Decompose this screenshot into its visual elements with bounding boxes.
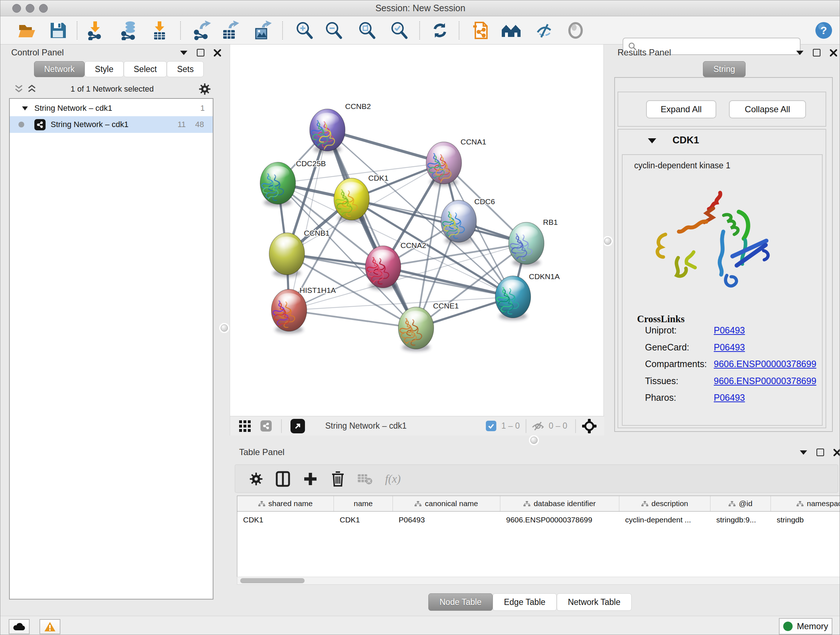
open-file-icon[interactable] bbox=[18, 21, 36, 40]
tab-style[interactable]: Style bbox=[85, 61, 123, 77]
panel-menu-icon[interactable] bbox=[180, 51, 187, 55]
title-bar: Session: New Session bbox=[0, 0, 840, 16]
import-network-from-file-icon[interactable] bbox=[86, 21, 104, 40]
column-type-icon bbox=[797, 501, 804, 507]
table-cell[interactable]: stringdb:9... bbox=[711, 516, 771, 524]
import-table-from-file-icon[interactable] bbox=[151, 21, 168, 40]
table-horizontal-scrollbar[interactable] bbox=[237, 577, 840, 585]
column-header-name[interactable]: name bbox=[334, 496, 393, 511]
zoom-in-icon[interactable] bbox=[295, 21, 314, 40]
tab-select[interactable]: Select bbox=[124, 61, 167, 77]
crosslink-link[interactable]: 9606.ENSP00000378699 bbox=[714, 359, 816, 375]
warning-icon bbox=[44, 622, 56, 632]
bird-eye-crosshair-icon[interactable] bbox=[582, 418, 597, 434]
save-session-icon[interactable] bbox=[49, 21, 66, 40]
network-node-ccna1[interactable]: CCNA1 bbox=[426, 138, 486, 186]
export-network-icon[interactable] bbox=[193, 21, 211, 40]
panel-close-icon[interactable] bbox=[830, 49, 837, 57]
tab-node-table[interactable]: Node Table bbox=[428, 593, 493, 611]
status-bar: Memory bbox=[0, 616, 840, 635]
network-view-share-icon[interactable] bbox=[261, 420, 272, 432]
function-builder-icon[interactable]: f(x) bbox=[385, 472, 401, 486]
network-node-ccnb2[interactable]: CCNB2 bbox=[309, 102, 371, 153]
panel-close-icon[interactable] bbox=[834, 449, 840, 456]
tab-network[interactable]: Network bbox=[34, 61, 85, 77]
detach-view-icon[interactable] bbox=[291, 419, 305, 433]
table-cell[interactable]: stringdb bbox=[771, 516, 840, 524]
table-cell[interactable]: 9606.ENSP00000378699 bbox=[500, 516, 619, 524]
network-node-label: CDC25B bbox=[296, 159, 326, 168]
main-toolbar: ? bbox=[0, 16, 840, 44]
network-node-cdkn1a[interactable]: CDKN1A bbox=[495, 272, 560, 320]
network-node-label: HIST1H1A bbox=[300, 286, 336, 295]
panel-close-icon[interactable] bbox=[214, 49, 221, 57]
table-options-gear-icon[interactable] bbox=[249, 472, 263, 486]
panel-menu-icon[interactable] bbox=[796, 51, 804, 55]
delete-table-icon[interactable] bbox=[357, 473, 373, 485]
tab-string[interactable]: String bbox=[703, 61, 745, 77]
panel-float-icon[interactable] bbox=[816, 448, 824, 456]
new-network-from-selection-icon[interactable] bbox=[472, 20, 489, 41]
network-row[interactable]: String Network – cdk1 11 48 bbox=[10, 116, 213, 133]
column-header-database-identifier[interactable]: database identifier bbox=[500, 496, 619, 511]
export-table-icon[interactable] bbox=[221, 21, 239, 40]
add-column-icon[interactable] bbox=[303, 472, 317, 486]
import-network-from-database-icon[interactable] bbox=[119, 21, 139, 40]
node-table: shared namenamecanonical namedatabase id… bbox=[237, 496, 840, 577]
hide-glass-icon[interactable] bbox=[535, 21, 554, 40]
table-cell[interactable]: CDK1 bbox=[334, 516, 393, 524]
grid-view-icon[interactable] bbox=[239, 420, 251, 432]
cloud-status-button[interactable] bbox=[9, 619, 30, 634]
refresh-icon[interactable] bbox=[431, 21, 449, 40]
column-header-namespace[interactable]: namespace bbox=[771, 496, 840, 511]
column-header-id[interactable]: @id bbox=[711, 496, 771, 511]
crosslink-link[interactable]: P06493 bbox=[714, 342, 745, 359]
left-splitter-handle[interactable] bbox=[221, 325, 228, 332]
table-cell[interactable]: cyclin-dependent ... bbox=[619, 516, 711, 524]
zoom-out-icon[interactable] bbox=[324, 21, 343, 40]
selected-nodes-checkbox[interactable] bbox=[486, 421, 496, 431]
horizontal-splitter-handle[interactable] bbox=[531, 437, 538, 444]
network-node-cdk1[interactable]: CDK1 bbox=[334, 174, 388, 222]
panel-menu-icon[interactable] bbox=[800, 450, 807, 455]
tab-network-table[interactable]: Network Table bbox=[557, 593, 632, 611]
right-splitter-handle[interactable] bbox=[604, 238, 611, 245]
panel-float-icon[interactable] bbox=[197, 49, 204, 57]
crosslink-link[interactable]: P06493 bbox=[714, 393, 745, 409]
zoom-selected-icon[interactable] bbox=[390, 21, 409, 40]
network-node-hist1h1a[interactable]: HIST1H1A bbox=[271, 286, 336, 333]
network-options-gear-icon[interactable] bbox=[199, 83, 211, 95]
crosslink-link[interactable]: 9606.ENSP00000378699 bbox=[714, 376, 816, 393]
help-icon[interactable]: ? bbox=[815, 21, 833, 40]
table-row[interactable]: CDK1CDK1P064939606.ENSP00000378699cyclin… bbox=[237, 511, 840, 528]
warning-status-button[interactable] bbox=[39, 619, 60, 634]
entry-collapse-icon[interactable] bbox=[648, 138, 656, 143]
column-header-description[interactable]: description bbox=[619, 496, 711, 511]
show-columns-icon[interactable] bbox=[276, 471, 290, 487]
memory-label: Memory bbox=[797, 621, 829, 631]
column-header-canonical-name[interactable]: canonical name bbox=[393, 496, 500, 511]
network-collection-list: String Network – cdk1 1 String Network –… bbox=[9, 98, 213, 600]
home-string-icon[interactable] bbox=[501, 22, 521, 39]
expand-all-button[interactable]: Expand All bbox=[646, 100, 716, 119]
collapse-all-button[interactable]: Collapse All bbox=[729, 100, 806, 119]
column-header-shared-name[interactable]: shared name bbox=[237, 496, 334, 511]
memory-button[interactable]: Memory bbox=[779, 618, 832, 635]
network-collection-row[interactable]: String Network – cdk1 1 bbox=[10, 100, 213, 116]
tab-sets[interactable]: Sets bbox=[167, 61, 204, 77]
zoom-fit-icon[interactable] bbox=[357, 21, 376, 40]
table-cell[interactable]: CDK1 bbox=[237, 516, 334, 524]
network-node-rb1[interactable]: RB1 bbox=[508, 218, 558, 266]
crosslink-link[interactable]: P06493 bbox=[714, 325, 745, 342]
delete-column-icon[interactable] bbox=[331, 471, 345, 487]
collection-expand-icon[interactable] bbox=[22, 106, 28, 111]
export-image-icon[interactable] bbox=[254, 21, 272, 40]
network-node-cdc6[interactable]: CDC6 bbox=[441, 197, 495, 244]
panel-float-icon[interactable] bbox=[813, 49, 821, 57]
table-cell[interactable]: P06493 bbox=[393, 516, 500, 524]
network-edge bbox=[289, 310, 416, 328]
network-canvas[interactable]: CCNB2CCNA1CDC25BCDK1CDC6RB1CCNB1CCNA2CDK… bbox=[230, 44, 604, 416]
tab-edge-table[interactable]: Edge Table bbox=[493, 593, 557, 611]
show-glass-icon[interactable] bbox=[567, 22, 584, 39]
scrollbar-thumb[interactable] bbox=[240, 578, 305, 583]
